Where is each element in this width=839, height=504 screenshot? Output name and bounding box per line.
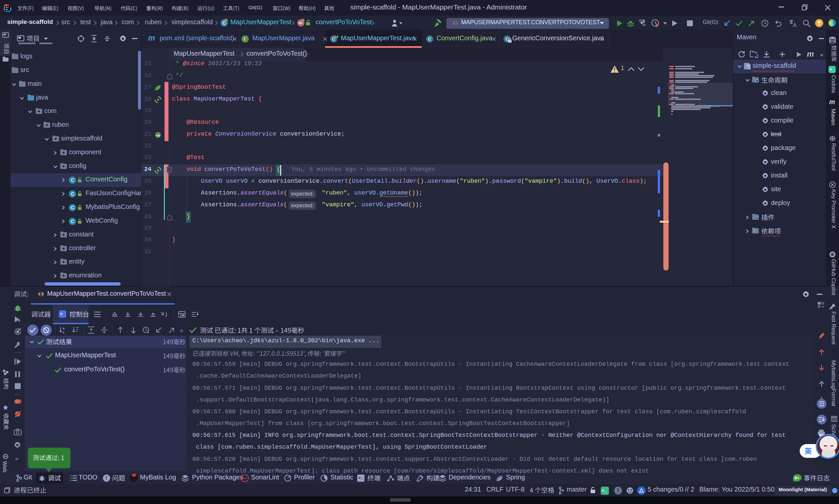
- svg-text:a: a: [63, 326, 65, 330]
- svg-text:IJ: IJ: [5, 6, 8, 9]
- svg-text:z: z: [63, 330, 65, 334]
- svg-text:9: 9: [18, 318, 20, 323]
